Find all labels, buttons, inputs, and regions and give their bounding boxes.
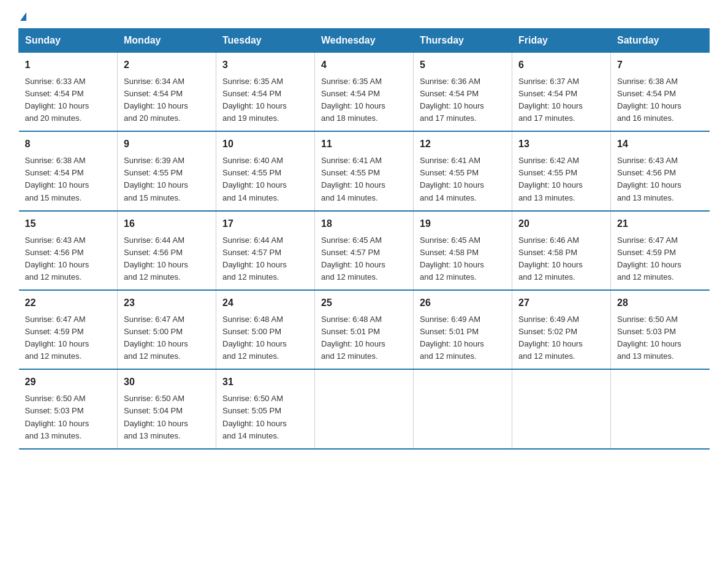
day-info: Sunrise: 6:40 AMSunset: 4:55 PMDaylight:… xyxy=(222,156,287,202)
day-number: 29 xyxy=(25,375,112,390)
calendar-cell: 29Sunrise: 6:50 AMSunset: 5:03 PMDayligh… xyxy=(19,369,118,448)
logo-triangle-icon xyxy=(20,12,26,21)
calendar-cell: 23Sunrise: 6:47 AMSunset: 5:00 PMDayligh… xyxy=(118,290,216,369)
calendar-week-row: 1Sunrise: 6:33 AMSunset: 4:54 PMDaylight… xyxy=(19,53,710,132)
day-number: 6 xyxy=(518,58,604,73)
calendar-cell xyxy=(512,369,611,448)
day-number: 22 xyxy=(25,296,112,311)
day-number: 19 xyxy=(420,216,506,232)
day-number: 30 xyxy=(124,375,210,390)
calendar-week-row: 22Sunrise: 6:47 AMSunset: 4:59 PMDayligh… xyxy=(19,290,710,369)
calendar-cell: 18Sunrise: 6:45 AMSunset: 4:57 PMDayligh… xyxy=(315,211,414,290)
day-number: 2 xyxy=(124,58,210,73)
day-info: Sunrise: 6:33 AMSunset: 4:54 PMDaylight:… xyxy=(25,77,89,123)
calendar-cell: 1Sunrise: 6:33 AMSunset: 4:54 PMDaylight… xyxy=(19,53,118,132)
calendar-cell: 3Sunrise: 6:35 AMSunset: 4:54 PMDaylight… xyxy=(216,53,315,132)
calendar-header: Sunday Monday Tuesday Wednesday Thursday… xyxy=(19,29,710,53)
calendar-cell: 4Sunrise: 6:35 AMSunset: 4:54 PMDaylight… xyxy=(315,53,414,132)
calendar-cell: 17Sunrise: 6:44 AMSunset: 4:57 PMDayligh… xyxy=(216,211,315,290)
day-number: 18 xyxy=(321,216,407,232)
day-info: Sunrise: 6:43 AMSunset: 4:56 PMDaylight:… xyxy=(617,156,681,202)
day-number: 7 xyxy=(617,58,703,73)
col-sunday: Sunday xyxy=(19,29,118,53)
day-info: Sunrise: 6:44 AMSunset: 4:56 PMDaylight:… xyxy=(124,236,188,282)
day-info: Sunrise: 6:45 AMSunset: 4:57 PMDaylight:… xyxy=(321,236,385,282)
calendar-cell: 31Sunrise: 6:50 AMSunset: 5:05 PMDayligh… xyxy=(216,369,315,448)
day-info: Sunrise: 6:41 AMSunset: 4:55 PMDaylight:… xyxy=(420,156,484,202)
calendar-cell: 14Sunrise: 6:43 AMSunset: 4:56 PMDayligh… xyxy=(611,131,710,210)
calendar-cell: 27Sunrise: 6:49 AMSunset: 5:02 PMDayligh… xyxy=(512,290,611,369)
day-number: 31 xyxy=(222,375,308,390)
day-info: Sunrise: 6:49 AMSunset: 5:02 PMDaylight:… xyxy=(518,315,583,361)
calendar-cell: 16Sunrise: 6:44 AMSunset: 4:56 PMDayligh… xyxy=(118,211,216,290)
day-info: Sunrise: 6:42 AMSunset: 4:55 PMDaylight:… xyxy=(518,156,583,202)
calendar-cell: 28Sunrise: 6:50 AMSunset: 5:03 PMDayligh… xyxy=(611,290,710,369)
calendar-week-row: 29Sunrise: 6:50 AMSunset: 5:03 PMDayligh… xyxy=(19,369,710,448)
day-number: 14 xyxy=(617,137,703,152)
calendar-cell: 7Sunrise: 6:38 AMSunset: 4:54 PMDaylight… xyxy=(611,53,710,132)
calendar-cell xyxy=(315,369,414,448)
calendar-cell: 20Sunrise: 6:46 AMSunset: 4:58 PMDayligh… xyxy=(512,211,611,290)
day-number: 20 xyxy=(518,216,604,232)
day-number: 23 xyxy=(124,296,210,311)
day-number: 16 xyxy=(124,216,210,232)
calendar-body: 1Sunrise: 6:33 AMSunset: 4:54 PMDaylight… xyxy=(19,53,710,449)
day-info: Sunrise: 6:45 AMSunset: 4:58 PMDaylight:… xyxy=(420,236,484,282)
calendar-cell: 30Sunrise: 6:50 AMSunset: 5:04 PMDayligh… xyxy=(118,369,216,448)
calendar-cell: 9Sunrise: 6:39 AMSunset: 4:55 PMDaylight… xyxy=(118,131,216,210)
calendar-cell xyxy=(414,369,512,448)
day-info: Sunrise: 6:35 AMSunset: 4:54 PMDaylight:… xyxy=(321,77,385,123)
day-info: Sunrise: 6:47 AMSunset: 4:59 PMDaylight:… xyxy=(25,315,89,361)
day-info: Sunrise: 6:47 AMSunset: 5:00 PMDaylight:… xyxy=(124,315,188,361)
day-info: Sunrise: 6:44 AMSunset: 4:57 PMDaylight:… xyxy=(222,236,287,282)
day-info: Sunrise: 6:38 AMSunset: 4:54 PMDaylight:… xyxy=(25,156,89,202)
day-info: Sunrise: 6:43 AMSunset: 4:56 PMDaylight:… xyxy=(25,236,89,282)
calendar-cell: 26Sunrise: 6:49 AMSunset: 5:01 PMDayligh… xyxy=(414,290,512,369)
calendar-cell: 10Sunrise: 6:40 AMSunset: 4:55 PMDayligh… xyxy=(216,131,315,210)
day-number: 26 xyxy=(420,296,506,311)
calendar-cell: 12Sunrise: 6:41 AMSunset: 4:55 PMDayligh… xyxy=(414,131,512,210)
day-number: 25 xyxy=(321,296,407,311)
day-number: 13 xyxy=(518,137,604,152)
day-info: Sunrise: 6:46 AMSunset: 4:58 PMDaylight:… xyxy=(518,236,583,282)
calendar-week-row: 8Sunrise: 6:38 AMSunset: 4:54 PMDaylight… xyxy=(19,131,710,210)
day-number: 28 xyxy=(617,296,703,311)
day-number: 1 xyxy=(25,58,112,73)
calendar-cell: 2Sunrise: 6:34 AMSunset: 4:54 PMDaylight… xyxy=(118,53,216,132)
calendar-cell: 15Sunrise: 6:43 AMSunset: 4:56 PMDayligh… xyxy=(19,211,118,290)
calendar-cell: 13Sunrise: 6:42 AMSunset: 4:55 PMDayligh… xyxy=(512,131,611,210)
day-info: Sunrise: 6:50 AMSunset: 5:03 PMDaylight:… xyxy=(25,394,89,440)
day-number: 9 xyxy=(124,137,210,152)
day-number: 11 xyxy=(321,137,407,152)
col-friday: Friday xyxy=(512,29,611,53)
day-number: 24 xyxy=(222,296,308,311)
day-info: Sunrise: 6:37 AMSunset: 4:54 PMDaylight:… xyxy=(518,77,583,123)
calendar-cell: 24Sunrise: 6:48 AMSunset: 5:00 PMDayligh… xyxy=(216,290,315,369)
col-monday: Monday xyxy=(118,29,216,53)
day-number: 27 xyxy=(518,296,604,311)
calendar-table: Sunday Monday Tuesday Wednesday Thursday… xyxy=(18,28,710,450)
day-info: Sunrise: 6:49 AMSunset: 5:01 PMDaylight:… xyxy=(420,315,484,361)
day-info: Sunrise: 6:41 AMSunset: 4:55 PMDaylight:… xyxy=(321,156,385,202)
day-info: Sunrise: 6:48 AMSunset: 5:01 PMDaylight:… xyxy=(321,315,385,361)
day-info: Sunrise: 6:34 AMSunset: 4:54 PMDaylight:… xyxy=(124,77,188,123)
calendar-week-row: 15Sunrise: 6:43 AMSunset: 4:56 PMDayligh… xyxy=(19,211,710,290)
header-row: Sunday Monday Tuesday Wednesday Thursday… xyxy=(19,29,710,53)
day-number: 5 xyxy=(420,58,506,73)
day-number: 3 xyxy=(222,58,308,73)
col-saturday: Saturday xyxy=(611,29,710,53)
day-number: 12 xyxy=(420,137,506,152)
day-info: Sunrise: 6:50 AMSunset: 5:05 PMDaylight:… xyxy=(222,394,287,440)
day-info: Sunrise: 6:50 AMSunset: 5:04 PMDaylight:… xyxy=(124,394,188,440)
day-number: 8 xyxy=(25,137,112,152)
calendar-cell xyxy=(611,369,710,448)
calendar-cell: 5Sunrise: 6:36 AMSunset: 4:54 PMDaylight… xyxy=(414,53,512,132)
page-header xyxy=(18,12,710,17)
day-number: 4 xyxy=(321,58,407,73)
logo xyxy=(18,12,26,17)
col-tuesday: Tuesday xyxy=(216,29,315,53)
calendar-cell: 6Sunrise: 6:37 AMSunset: 4:54 PMDaylight… xyxy=(512,53,611,132)
calendar-cell: 11Sunrise: 6:41 AMSunset: 4:55 PMDayligh… xyxy=(315,131,414,210)
day-number: 21 xyxy=(617,216,703,232)
calendar-cell: 25Sunrise: 6:48 AMSunset: 5:01 PMDayligh… xyxy=(315,290,414,369)
